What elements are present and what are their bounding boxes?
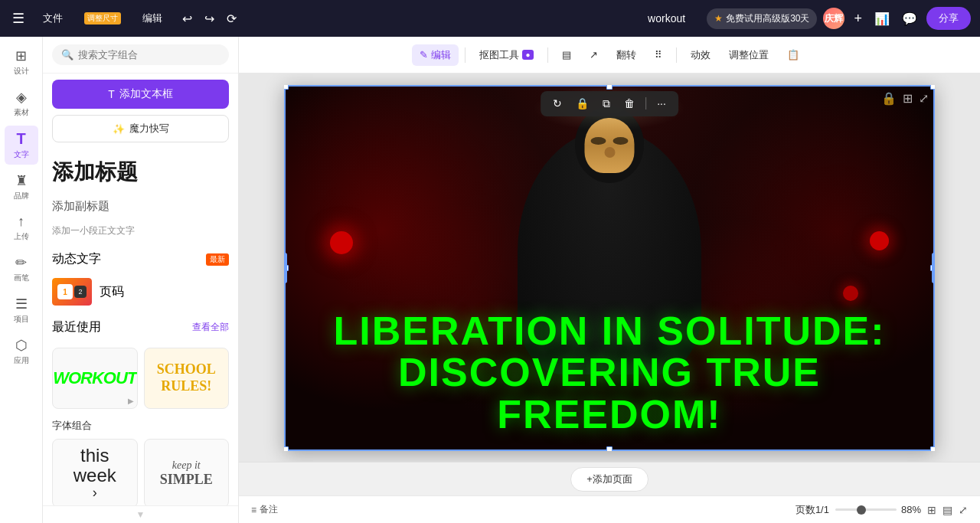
- keep-simple-card[interactable]: keep itSIMPLE: [144, 439, 230, 505]
- zoom-value: 88%: [901, 504, 921, 515]
- format-icon: 📋: [787, 49, 799, 60]
- undo-redo-group: ↩ ↪ ⟳: [178, 8, 241, 29]
- toolbar-sep-3: [676, 47, 677, 63]
- edit-menu[interactable]: 编辑: [136, 8, 168, 28]
- apps-label: 应用: [14, 355, 29, 366]
- float-lock-button[interactable]: 🔒: [571, 95, 593, 112]
- resize-menu[interactable]: 调整尺寸: [78, 9, 127, 28]
- chat-button[interactable]: 💬: [899, 8, 920, 29]
- trial-button[interactable]: 免费试用高级版30天: [707, 8, 817, 29]
- corner-lock-icon[interactable]: 🔒: [881, 91, 897, 106]
- style1-icon: ▤: [562, 49, 571, 60]
- refresh-button[interactable]: ⟳: [222, 8, 241, 29]
- float-copy-button[interactable]: ⧉: [598, 95, 615, 113]
- float-delete-button[interactable]: 🗑: [619, 95, 639, 112]
- format-button[interactable]: 📋: [779, 45, 807, 64]
- text-icon: T: [16, 130, 25, 148]
- canvas-float-toolbar: ↻ 🔒 ⧉ 🗑 ···: [541, 91, 678, 116]
- notes-icon: ≡: [251, 505, 256, 515]
- sidebar-item-upload[interactable]: ↑ 上传: [5, 209, 38, 247]
- hamburger-icon[interactable]: ☰: [9, 7, 28, 30]
- user-avatar[interactable]: 庆辉: [823, 8, 844, 29]
- this-week-text: this week›: [74, 446, 116, 502]
- canvas-text-overlay[interactable]: LIBERATION IN SOLITUDE: DISCOVERING TRUE…: [284, 310, 935, 436]
- add-page-button[interactable]: +添加页面: [570, 467, 648, 492]
- magic-label: 魔力快写: [129, 122, 169, 136]
- upload-icon: ↑: [18, 214, 24, 230]
- canvas-frame[interactable]: LIBERATION IN SOLITUDE: DISCOVERING TRUE…: [284, 85, 935, 451]
- edit-icon: ✎: [420, 49, 428, 60]
- brand-label: 品牌: [14, 191, 29, 201]
- page-code-label: 页码: [100, 284, 124, 300]
- add-text-button[interactable]: T 添加文本框: [52, 80, 229, 109]
- mask-eye-right: [613, 137, 629, 145]
- position-button[interactable]: 调整位置: [721, 44, 776, 66]
- file-menu[interactable]: 文件: [37, 8, 69, 28]
- workout-font-card[interactable]: WORKOUT ▶: [52, 348, 138, 409]
- canvas-area: ✎ 编辑 抠图工具 ● ▤ ↗ 翻转 ⠿ 动效: [239, 37, 980, 523]
- fullscreen-icon[interactable]: ⤢: [959, 504, 968, 516]
- panel-scrollable: 添加标题 添加副标题 添加一小段正文文字 动态文字 最新 1 2 页码: [43, 149, 238, 505]
- redo-button[interactable]: ↪: [200, 8, 219, 29]
- left-panel: 🔍 T 添加文本框 ✨ 魔力快写 添加标题 添加副标题 添加一小段正文文字 动态…: [43, 37, 239, 523]
- sidebar-item-brand[interactable]: ♜ 品牌: [5, 168, 38, 206]
- topbar-left: ☰ 文件 调整尺寸 编辑 ↩ ↪ ⟳: [9, 7, 626, 30]
- edit-button[interactable]: ✎ 编辑: [412, 44, 459, 66]
- font-card-arrow[interactable]: ▶: [128, 397, 134, 405]
- sidebar-item-projects[interactable]: ☰ 项目: [5, 291, 38, 329]
- search-box[interactable]: 🔍: [52, 44, 229, 65]
- corner-expand-icon[interactable]: ⤢: [919, 91, 929, 106]
- float-more-button[interactable]: ···: [652, 95, 671, 112]
- preset-title[interactable]: 添加标题: [52, 149, 229, 193]
- view-all-link[interactable]: 查看全部: [192, 321, 229, 334]
- school-font-text: SCHOOLRULES!: [157, 361, 216, 394]
- style1-button[interactable]: ▤: [554, 45, 579, 64]
- magic-button[interactable]: ✨ 魔力快写: [52, 115, 229, 142]
- flip-button[interactable]: 翻转: [609, 44, 644, 66]
- font-combo-grid: this week› keep itSIMPLE: [52, 439, 229, 505]
- share-button[interactable]: 分享: [926, 7, 971, 30]
- crop-button[interactable]: 抠图工具 ●: [472, 44, 541, 66]
- grid-view-icon[interactable]: ⊞: [927, 504, 936, 516]
- style2-button[interactable]: ↗: [582, 45, 606, 64]
- sidebar-item-assets[interactable]: ◈ 素材: [5, 84, 38, 123]
- preset-body[interactable]: 添加一小段正文文字: [52, 220, 229, 242]
- dots-button[interactable]: ⠿: [647, 45, 670, 64]
- side-handle-left[interactable]: [284, 253, 287, 283]
- float-refresh-button[interactable]: ↻: [548, 95, 567, 112]
- canvas-main[interactable]: LIBERATION IN SOLITUDE: DISCOVERING TRUE…: [239, 74, 980, 462]
- this-week-card[interactable]: this week›: [52, 439, 138, 505]
- file-title[interactable]: workout: [648, 12, 685, 25]
- recently-section: 最近使用 查看全部: [52, 310, 229, 342]
- dynamic-text-label: 动态文字: [52, 251, 101, 267]
- school-font-card[interactable]: SCHOOLRULES!: [144, 348, 230, 409]
- sidebar-item-design[interactable]: ⊞ 设计: [5, 43, 38, 81]
- position-label: 调整位置: [729, 48, 769, 62]
- page-num-2: 2: [74, 286, 87, 298]
- status-right: 页数1/1 88% ⊞ ▤ ⤢: [795, 503, 968, 517]
- side-handle-right[interactable]: [932, 253, 935, 283]
- preset-subtitle[interactable]: 添加副标题: [52, 193, 229, 220]
- plus-button[interactable]: +: [851, 8, 865, 30]
- design-label: 设计: [14, 66, 29, 77]
- resize-badge: 调整尺寸: [84, 12, 121, 25]
- brand-icon: ♜: [15, 172, 28, 189]
- crop-badge: ●: [522, 50, 533, 60]
- page-code-item[interactable]: 1 2 页码: [52, 273, 229, 310]
- light-left: [330, 231, 353, 254]
- flip-label: 翻转: [616, 48, 636, 62]
- notes-button[interactable]: ≡ 备注: [251, 503, 278, 516]
- sidebar-item-text[interactable]: T 文字: [5, 126, 38, 165]
- sidebar-item-draw[interactable]: ✏ 画笔: [5, 250, 38, 288]
- search-input[interactable]: [78, 49, 220, 60]
- zoom-slider[interactable]: [835, 508, 897, 511]
- add-text-icon: T: [108, 88, 115, 100]
- corner-grid-icon[interactable]: ⊞: [903, 91, 913, 106]
- panel-inner: 添加标题 添加副标题 添加一小段正文文字 动态文字 最新 1 2 页码: [43, 149, 238, 505]
- sidebar-item-apps[interactable]: ⬡ 应用: [5, 332, 38, 371]
- undo-button[interactable]: ↩: [178, 8, 197, 29]
- animation-label: 动效: [691, 48, 710, 62]
- animation-button[interactable]: 动效: [683, 44, 718, 66]
- chart-button[interactable]: 📊: [871, 8, 893, 29]
- list-view-icon[interactable]: ▤: [942, 504, 952, 516]
